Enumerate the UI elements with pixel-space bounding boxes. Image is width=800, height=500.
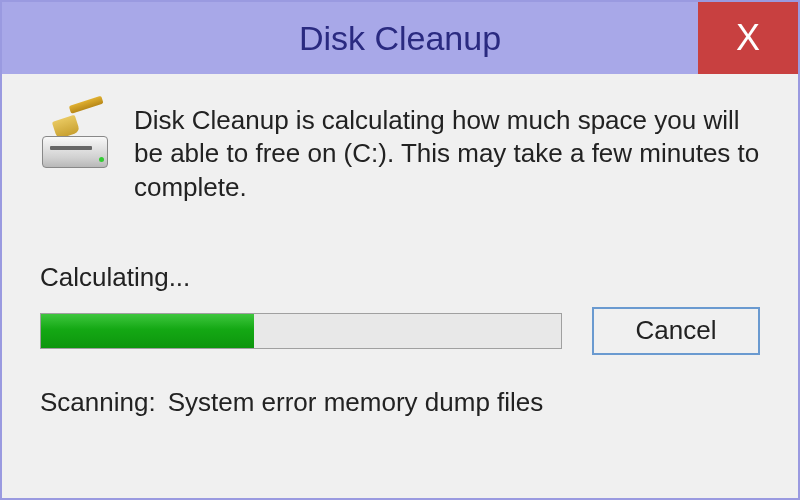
cancel-button[interactable]: Cancel [592,307,760,355]
scanning-label: Scanning: [40,387,156,418]
dialog-content: Disk Cleanup is calculating how much spa… [2,74,798,498]
close-button[interactable]: X [698,2,798,74]
disk-cleanup-dialog: Disk Cleanup X Disk Cleanup is calculati… [0,0,800,500]
progress-row: Cancel [40,307,760,355]
scanning-row: Scanning: System error memory dump files [40,387,760,418]
progress-bar [40,313,562,349]
message-text: Disk Cleanup is calculating how much spa… [134,104,760,204]
dialog-title: Disk Cleanup [299,19,501,58]
close-icon: X [736,20,760,56]
message-row: Disk Cleanup is calculating how much spa… [40,104,760,204]
disk-cleanup-icon [40,110,112,174]
status-label: Calculating... [40,262,760,293]
titlebar: Disk Cleanup X [2,2,798,74]
scanning-item: System error memory dump files [168,387,544,418]
progress-fill [41,314,254,348]
